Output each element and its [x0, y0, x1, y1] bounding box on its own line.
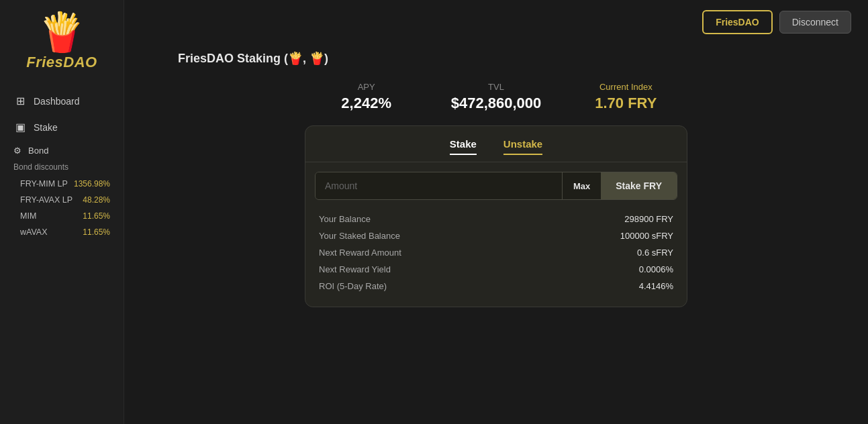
balance-label: Your Balance: [319, 214, 371, 224]
info-row-balance: Your Balance 298900 FRY: [319, 211, 673, 227]
roi-label: ROI (5-Day Rate): [319, 281, 387, 291]
staked-value: 100000 sFRY: [620, 231, 673, 241]
tab-unstake[interactable]: Unstake: [503, 138, 542, 155]
info-table: Your Balance 298900 FRY Your Staked Bala…: [305, 204, 687, 307]
tab-stake[interactable]: Stake: [450, 138, 477, 155]
logo-text: FriesDAO: [26, 54, 97, 71]
header: FriesDAO Disconnect: [124, 0, 868, 44]
tvl-label: TVL: [488, 82, 504, 92]
bond-name: FRY-AVAX LP: [20, 195, 73, 205]
bond-discounts-label: Bond discounts: [0, 158, 124, 176]
yield-label: Next Reward Yield: [319, 264, 391, 274]
index-value: 1.70 FRY: [595, 95, 657, 112]
stat-apy: APY 2,242%: [301, 82, 431, 112]
sidebar-item-label: Stake: [34, 122, 58, 133]
stats-row: APY 2,242% TVL $472,860,000 Current Inde…: [301, 82, 691, 112]
info-row-yield: Next Reward Yield 0.0006%: [319, 261, 673, 278]
bond-item-mim[interactable]: MIM 11.65%: [0, 208, 124, 224]
staking-card: Stake Unstake Max Stake FRY Your Balance…: [305, 125, 687, 307]
next-reward-label: Next Reward Amount: [319, 248, 401, 258]
stat-index: Current Index 1.70 FRY: [561, 82, 691, 112]
input-row: Max Stake FRY: [315, 172, 677, 200]
bond-name: FRY-MIM LP: [20, 179, 68, 189]
info-row-staked: Your Staked Balance 100000 sFRY: [319, 227, 673, 244]
bond-rate: 1356.98%: [74, 179, 110, 189]
yield-value: 0.0006%: [639, 264, 673, 274]
amount-input[interactable]: [316, 172, 562, 199]
bond-icon: ⚙: [13, 146, 21, 156]
index-label: Current Index: [599, 82, 653, 92]
sidebar: 🍟 FriesDAO ⊞ Dashboard ▣ Stake ⚙ Bond Bo…: [0, 0, 124, 424]
sidebar-logo: 🍟 FriesDAO: [0, 0, 124, 81]
bond-name: MIM: [20, 211, 36, 221]
bond-rate: 48.28%: [83, 195, 110, 205]
bond-item-wavax[interactable]: wAVAX 11.65%: [0, 224, 124, 240]
sidebar-item-dashboard[interactable]: ⊞ Dashboard: [0, 88, 124, 114]
apy-label: APY: [358, 82, 375, 92]
max-button[interactable]: Max: [562, 172, 601, 199]
tvl-value: $472,860,000: [451, 95, 542, 112]
sidebar-item-stake[interactable]: ▣ Stake: [0, 114, 124, 140]
apy-value: 2,242%: [341, 95, 391, 112]
disconnect-button[interactable]: Disconnect: [779, 11, 851, 34]
stake-icon: ▣: [13, 121, 27, 134]
bond-item-fry-mim[interactable]: FRY-MIM LP 1356.98%: [0, 176, 124, 192]
stake-fry-button[interactable]: Stake FRY: [601, 172, 677, 199]
sidebar-item-bond[interactable]: ⚙ Bond: [0, 140, 124, 158]
sidebar-item-label: Bond: [28, 146, 48, 156]
bond-item-fry-avax[interactable]: FRY-AVAX LP 48.28%: [0, 192, 124, 208]
tabs-row: Stake Unstake: [305, 126, 687, 162]
info-row-next-reward: Next Reward Amount 0.6 sFRY: [319, 244, 673, 261]
staked-label: Your Staked Balance: [319, 231, 400, 241]
sidebar-nav: ⊞ Dashboard ▣ Stake ⚙ Bond Bond discount…: [0, 81, 124, 247]
stat-tvl: TVL $472,860,000: [431, 82, 561, 112]
sidebar-item-label: Dashboard: [34, 96, 80, 107]
bond-name: wAVAX: [20, 227, 48, 237]
friesdao-button[interactable]: FriesDAO: [702, 10, 773, 34]
logo-icon: 🍟: [38, 13, 85, 51]
page-title: FriesDAO Staking (🍟, 🍟): [178, 51, 328, 66]
bond-rate: 11.65%: [83, 211, 110, 221]
info-row-roi: ROI (5-Day Rate) 4.4146%: [319, 278, 673, 295]
roi-value: 4.4146%: [639, 281, 673, 291]
main-area: FriesDAO Disconnect FriesDAO Staking (🍟,…: [124, 0, 868, 424]
bond-rate: 11.65%: [83, 227, 110, 237]
content-area: FriesDAO Staking (🍟, 🍟) APY 2,242% TVL $…: [124, 44, 868, 424]
dashboard-icon: ⊞: [13, 95, 27, 107]
balance-value: 298900 FRY: [624, 214, 673, 224]
next-reward-value: 0.6 sFRY: [637, 248, 673, 258]
